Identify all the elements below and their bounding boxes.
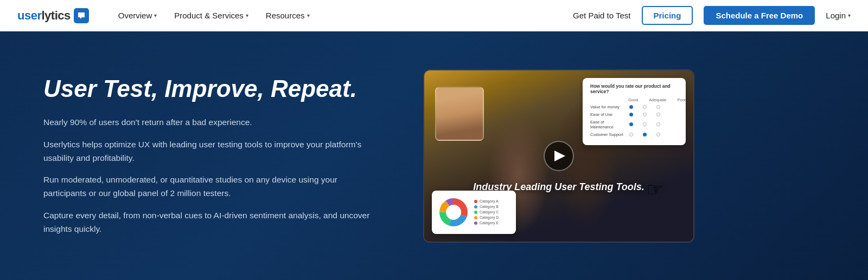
rating-card: How would you rate our product and servi…	[583, 78, 686, 145]
legend-dot-4	[474, 216, 477, 219]
dot-poor	[656, 122, 660, 126]
nav-product-label: Product & Services	[174, 11, 244, 20]
nav-links: Overview ▾ Product & Services ▾ Resource…	[111, 6, 573, 24]
video-thumbnail[interactable]: How would you rate our product and servi…	[423, 69, 694, 243]
legend-dot-3	[474, 211, 477, 214]
donut-chart	[437, 196, 470, 229]
chevron-down-icon: ▾	[246, 12, 248, 18]
dot-poor	[656, 133, 660, 136]
login-button[interactable]: Login ▾	[826, 11, 851, 20]
chat-icon	[77, 11, 86, 20]
legend-item-1: Category A	[474, 199, 499, 203]
dot-good	[629, 133, 633, 136]
nav-item-overview[interactable]: Overview ▾	[111, 6, 165, 24]
rating-row-2: Ease of Use	[590, 112, 678, 117]
dot-poor	[656, 105, 660, 109]
legend-dot-5	[474, 222, 477, 225]
hero-paragraph-4: Capture every detail, from non-verbal cu…	[43, 209, 380, 236]
chart-legend: Category A Category B Category C Categor…	[474, 199, 499, 225]
dot-adequate	[643, 105, 647, 109]
legend-item-4: Category D	[474, 216, 499, 219]
chart-card: Category A Category B Category C Categor…	[432, 191, 516, 234]
rating-header-adequate: Adequate	[649, 97, 666, 102]
hero-title: User Test, Improve, Repeat.	[43, 75, 380, 103]
hero-paragraph-3: Run moderated, unmoderated, or quantitat…	[43, 173, 380, 200]
rating-row-4: Customer Support	[590, 132, 678, 137]
dot-adequate	[643, 133, 647, 136]
rating-header: Good Adequate Poor	[590, 97, 678, 102]
chevron-down-icon: ▾	[154, 12, 157, 18]
dot-good	[629, 105, 633, 109]
legend-item-2: Category B	[474, 205, 499, 209]
schedule-demo-button[interactable]: Schedule a Free Demo	[704, 6, 815, 25]
pricing-button[interactable]: Pricing	[642, 6, 693, 25]
rating-title: How would you rate our product and servi…	[590, 83, 678, 94]
hero-content: User Test, Improve, Repeat. Nearly 90% o…	[43, 75, 380, 236]
dot-good	[629, 122, 633, 126]
hero-paragraph-1: Nearly 90% of users don't return after a…	[43, 116, 380, 129]
legend-item-3: Category C	[474, 210, 499, 214]
dot-poor	[656, 113, 660, 116]
get-paid-link[interactable]: Get Paid to Test	[573, 11, 630, 20]
rating-row-1: Value for money	[590, 105, 678, 109]
chevron-down-icon: ▾	[307, 12, 310, 18]
legend-item-5: Category E	[474, 221, 499, 225]
logo-text: userlytics	[17, 9, 71, 23]
play-icon	[554, 151, 565, 161]
logo-icon	[74, 8, 89, 23]
rating-header-good: Good	[628, 97, 638, 102]
chevron-down-icon: ▾	[848, 12, 851, 18]
face-overlay	[435, 87, 484, 141]
hero-section: User Test, Improve, Repeat. Nearly 90% o…	[0, 31, 868, 280]
dot-good	[629, 113, 633, 116]
dot-adequate	[643, 113, 647, 116]
nav-item-product-services[interactable]: Product & Services ▾	[167, 6, 256, 24]
hero-video-area: How would you rate our product and servi…	[423, 69, 694, 243]
navbar: userlytics Overview ▾ Product & Services…	[0, 0, 868, 31]
login-label: Login	[826, 11, 846, 20]
hand-cursor-icon: ☞	[646, 178, 663, 200]
nav-resources-label: Resources	[266, 11, 305, 20]
logo[interactable]: userlytics	[17, 8, 89, 23]
legend-dot-1	[474, 200, 477, 203]
hero-paragraph-2: Userlytics helps optimize UX with leadin…	[43, 138, 380, 165]
rating-row-3: Ease of Maintenance	[590, 120, 678, 129]
cursor-overlay: ☞	[646, 178, 663, 201]
nav-item-resources[interactable]: Resources ▾	[258, 6, 317, 24]
nav-right: Get Paid to Test Pricing Schedule a Free…	[573, 6, 851, 25]
play-button[interactable]	[544, 141, 574, 171]
nav-overview-label: Overview	[118, 11, 152, 20]
rating-header-poor: Poor	[677, 97, 686, 102]
svg-point-5	[448, 207, 459, 218]
dot-adequate	[643, 122, 647, 126]
legend-dot-2	[474, 205, 477, 209]
